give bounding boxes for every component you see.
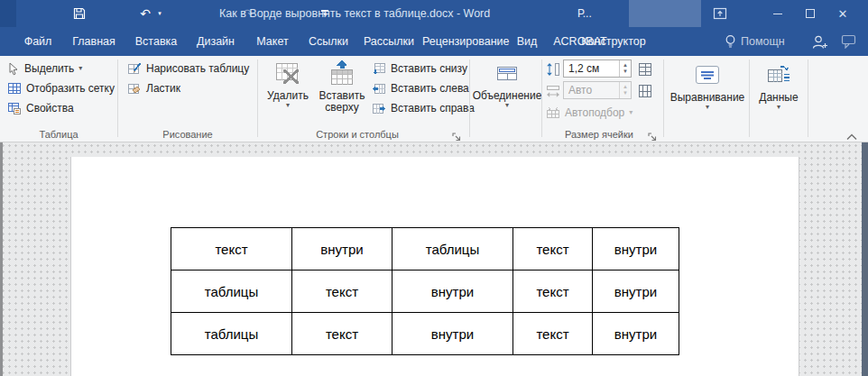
insert-above-button[interactable]: Вставить сверху <box>316 58 368 114</box>
person-add-icon <box>811 34 829 50</box>
tab-file[interactable]: Файл <box>16 27 60 56</box>
data-button[interactable]: Данные ▾ <box>753 58 805 111</box>
insert-left-button[interactable]: Вставить слева <box>372 79 469 97</box>
eraser-button[interactable]: Ластик <box>127 79 180 97</box>
close-button[interactable]: ✕ <box>832 0 854 27</box>
alignment-button[interactable]: Выравнивание ▾ <box>668 58 747 111</box>
document-area: текст внутри таблицы текст внутри таблиц… <box>0 142 868 376</box>
table-cell[interactable]: текст <box>513 271 593 313</box>
group-separator <box>808 60 808 137</box>
gridlines-icon <box>7 82 22 95</box>
group-label-cell-size: Размер ячейки <box>542 128 656 141</box>
contextual-tab-group-header <box>629 0 701 27</box>
tab-design[interactable]: Дизайн <box>189 27 242 56</box>
table-cell[interactable]: внутри <box>593 228 679 271</box>
undo-button[interactable]: ↶ <box>135 0 155 27</box>
maximize-button[interactable] <box>799 0 821 27</box>
group-separator <box>257 60 258 137</box>
app-icon[interactable] <box>0 0 16 27</box>
draw-table-button[interactable]: Нарисовать таблицу <box>127 60 249 78</box>
distribute-rows-button[interactable] <box>637 60 653 78</box>
spinner-up-icon: ▲ <box>623 84 628 90</box>
tab-references[interactable]: Ссылки <box>303 27 354 56</box>
view-gridlines-button[interactable]: Отобразить сетку <box>7 79 115 97</box>
spinner-down-icon[interactable]: ▼ <box>623 69 628 75</box>
table-cell[interactable]: внутри <box>392 271 513 313</box>
col-width-value: Авто <box>564 84 619 96</box>
table-properties-label: Свойства <box>26 102 74 115</box>
draw-table-icon <box>127 62 142 76</box>
row-height-input[interactable]: 1,2 см ▲▼ <box>563 60 632 78</box>
insert-left-label: Вставить слева <box>391 82 469 95</box>
insert-above-icon <box>328 58 356 90</box>
table-cell[interactable]: внутри <box>593 313 679 355</box>
table-cell[interactable]: текст <box>513 228 593 271</box>
table-cell[interactable]: внутри <box>392 313 513 355</box>
tab-view[interactable]: Вид <box>509 27 545 56</box>
ribbon-display-options-icon <box>713 7 727 20</box>
distribute-columns-icon <box>637 83 653 99</box>
autofit-icon <box>546 106 560 120</box>
row-height-icon <box>546 62 560 77</box>
table-cell[interactable]: текст <box>292 271 392 313</box>
eraser-icon <box>127 82 142 96</box>
ribbon-display-options-button[interactable] <box>709 0 731 27</box>
comments-button[interactable] <box>837 27 861 56</box>
table-cell[interactable]: таблицы <box>171 271 292 313</box>
window-edge-right[interactable] <box>862 142 868 376</box>
document-table: текст внутри таблицы текст внутри таблиц… <box>171 227 679 355</box>
maximize-icon <box>806 9 815 18</box>
table-cell[interactable]: таблицы <box>171 313 292 355</box>
insert-below-button[interactable]: Вставить снизу <box>372 60 467 78</box>
merge-cells-icon <box>494 58 521 90</box>
comment-icon <box>841 34 857 49</box>
tab-table-design[interactable]: Конструктор <box>581 27 646 56</box>
chevron-down-icon: ▾ <box>286 102 290 109</box>
insert-right-button[interactable]: Вставить справа <box>372 99 475 117</box>
group-separator <box>749 60 750 137</box>
distribute-columns-button[interactable] <box>637 82 653 100</box>
undo-dropdown[interactable]: ▾ <box>155 0 164 27</box>
view-gridlines-label: Отобразить сетку <box>26 82 115 95</box>
row-height-spinner[interactable]: ▲▼ <box>619 60 631 77</box>
minimize-button[interactable] <box>767 0 789 27</box>
group-label-drawing: Рисование <box>118 128 257 141</box>
align-center-icon <box>693 58 722 92</box>
table-cell[interactable]: текст <box>171 228 292 271</box>
group-label-rows-cols: Строки и столбцы <box>258 128 457 141</box>
table-properties-button[interactable]: Свойства <box>7 99 74 117</box>
row-height-value[interactable]: 1,2 см <box>564 62 619 75</box>
undo-icon: ↶ <box>140 6 151 21</box>
table-cell[interactable]: внутри <box>292 228 392 271</box>
group-separator <box>541 60 542 137</box>
col-width-icon-wrap <box>546 82 560 100</box>
tab-home[interactable]: Главная <box>65 27 123 56</box>
document-page: текст внутри таблицы текст внутри таблиц… <box>70 157 799 376</box>
select-button[interactable]: Выделить ▾ <box>7 60 82 78</box>
ribbon: Выделить ▾ Отобразить сетку Свойства Таб… <box>0 56 868 142</box>
table-cell[interactable]: текст <box>513 313 593 355</box>
rows-cols-dialog-launcher[interactable] <box>452 130 463 141</box>
merge-button[interactable]: Объединение ▾ <box>473 58 541 109</box>
lightbulb-icon <box>725 34 736 50</box>
tab-layout[interactable]: Макет <box>249 27 296 56</box>
tell-me-label[interactable]: Помощн <box>741 27 785 56</box>
table-cell[interactable]: внутри <box>593 271 679 313</box>
chevron-down-icon: ▾ <box>706 104 709 111</box>
col-width-spinner: ▲▼ <box>619 82 631 98</box>
spinner-up-icon[interactable]: ▲ <box>623 62 628 69</box>
tell-me-button[interactable] <box>722 27 738 56</box>
table-cell[interactable]: таблицы <box>392 228 513 271</box>
tab-review[interactable]: Рецензирование <box>422 27 503 56</box>
col-width-icon <box>546 84 560 98</box>
save-button[interactable] <box>70 0 88 27</box>
spinner-down-icon: ▼ <box>623 90 628 96</box>
delete-button[interactable]: Удалить ▾ <box>263 58 312 109</box>
tab-mailings[interactable]: Рассылки <box>361 27 417 56</box>
word-window: ↶ ▾ ↷ ▾ Как в Ворде выровнять текст в та… <box>0 0 868 376</box>
chevron-down-icon: ▾ <box>777 104 780 111</box>
table-cell[interactable]: текст <box>292 313 392 355</box>
cell-size-dialog-launcher[interactable] <box>648 130 659 141</box>
share-button[interactable] <box>808 27 832 56</box>
tab-insert[interactable]: Вставка <box>130 27 182 56</box>
